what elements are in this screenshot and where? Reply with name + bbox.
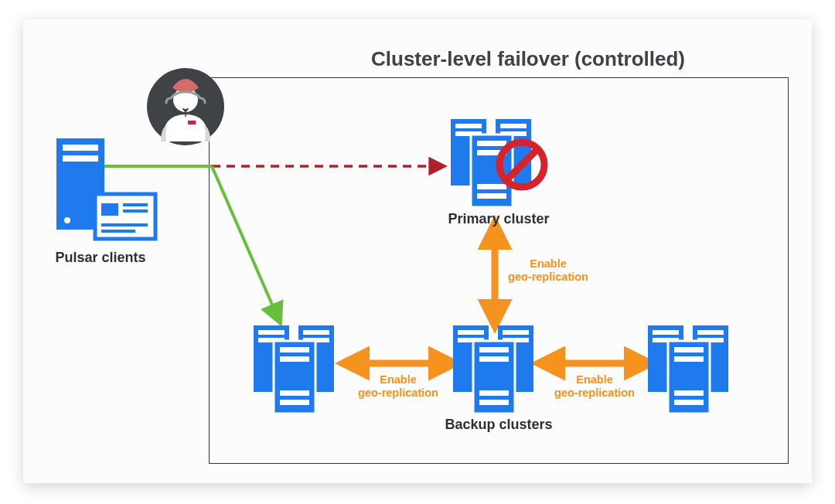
svg-rect-21 [455, 124, 482, 128]
svg-rect-65 [674, 390, 704, 396]
svg-rect-59 [697, 330, 724, 335]
svg-point-13 [64, 217, 70, 223]
svg-line-32 [507, 150, 537, 179]
pulsar-clients-label: Pulsar clients [50, 250, 151, 266]
svg-point-8 [184, 109, 187, 112]
svg-rect-62 [674, 347, 704, 352]
svg-rect-7 [188, 121, 196, 124]
svg-rect-37 [303, 330, 329, 335]
backup-clusters-label: Backup clusters [445, 417, 553, 433]
svg-rect-34 [258, 330, 285, 335]
svg-rect-51 [479, 347, 509, 352]
svg-rect-42 [280, 400, 309, 405]
svg-rect-53 [479, 400, 509, 405]
svg-rect-43 [280, 390, 309, 396]
svg-rect-15 [101, 203, 118, 216]
svg-rect-40 [280, 347, 309, 352]
svg-rect-11 [63, 145, 98, 151]
svg-rect-12 [63, 155, 98, 162]
svg-rect-54 [479, 390, 509, 396]
geo-label-left: Enable geo-replication [356, 373, 441, 399]
backup-cluster-1-icon [247, 322, 348, 415]
geo-label-right: Enable geo-replication [552, 373, 637, 399]
svg-rect-63 [674, 356, 704, 362]
svg-rect-64 [674, 400, 704, 405]
svg-rect-41 [280, 356, 309, 362]
primary-cluster-label: Primary cluster [445, 211, 553, 227]
svg-rect-29 [477, 193, 506, 199]
backup-cluster-3-icon [642, 322, 742, 415]
pulsar-client-icon [50, 135, 158, 251]
svg-rect-45 [458, 330, 484, 335]
geo-label-top: Enable geo-replication [506, 257, 591, 283]
diagram-canvas: Cluster-level failover (controlled) [23, 19, 812, 483]
backup-cluster-2-icon [447, 322, 547, 415]
prohibit-icon [495, 138, 549, 192]
svg-rect-52 [479, 356, 509, 362]
svg-rect-56 [653, 330, 679, 335]
svg-rect-24 [500, 124, 527, 128]
svg-line-2 [212, 166, 280, 322]
svg-rect-48 [503, 330, 529, 335]
